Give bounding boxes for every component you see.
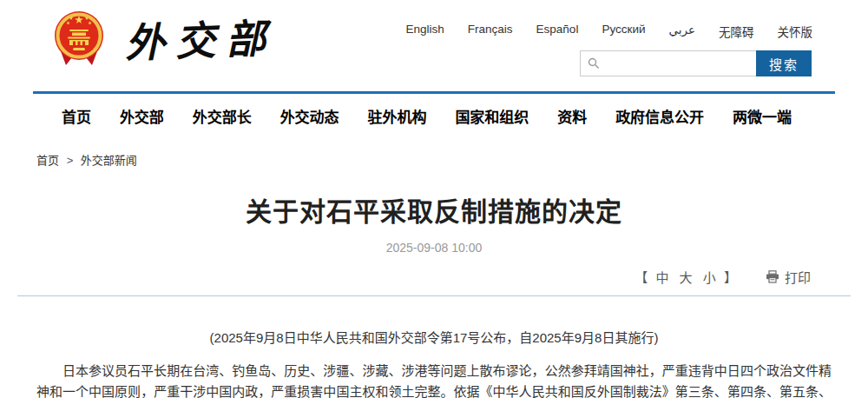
font-size-controls: 【 中 大 小 】 (634, 268, 738, 286)
article-meta-row: 【 中 大 小 】 打印 (0, 268, 811, 286)
lang-accessibility[interactable]: 无障碍 (719, 23, 754, 40)
nav-item-minister[interactable]: 外交部长 (193, 105, 252, 127)
print-label: 打印 (785, 268, 811, 286)
decree-line: (2025年9月8日中华人民共和国外交部令第17号公布，自2025年9月8日其施… (26, 328, 842, 346)
lang-russian[interactable]: Русский (602, 23, 645, 40)
national-emblem-icon (52, 8, 106, 67)
language-links: English Français Español Русский عربي 无障… (406, 23, 812, 40)
article-paragraph: 日本参议员石平长期在台湾、钓鱼岛、历史、涉疆、涉藏、涉港等问题上散布谬论，公然参… (36, 361, 832, 398)
breadcrumb-separator: > (67, 154, 74, 167)
nav-item-home[interactable]: 首页 (62, 105, 91, 127)
article: 关于对石平采取反制措施的决定 2025-09-08 10:00 【 中 大 小 … (0, 190, 868, 398)
logo[interactable] (52, 8, 106, 70)
font-size-large-button[interactable]: 大 (680, 270, 693, 285)
site-header: 外交部 English Français Español Русский عرب… (0, 0, 868, 87)
nav-item-gov-info[interactable]: 政府信息公开 (615, 105, 704, 127)
font-size-small-button[interactable]: 小 (703, 270, 716, 285)
lang-arabic[interactable]: عربي (668, 23, 695, 40)
nav-item-countries[interactable]: 国家和组织 (455, 105, 529, 127)
bracket-close-label: 】 (724, 270, 737, 285)
lang-espanol[interactable]: Español (536, 23, 579, 40)
search-bar: 搜索 (580, 50, 812, 76)
nav-item-missions[interactable]: 驻外机构 (368, 105, 427, 127)
nav-item-resources[interactable]: 资料 (557, 105, 587, 127)
ministry-calligraphy: 外交部 (124, 6, 277, 69)
nav-item-mfa[interactable]: 外交部 (120, 105, 164, 127)
divider (17, 295, 851, 296)
printer-icon (766, 270, 779, 283)
page: 外交部 English Français Español Русский عرب… (0, 0, 868, 398)
search-icon (588, 57, 600, 70)
breadcrumb-current[interactable]: 外交部新闻 (81, 154, 137, 167)
main-nav: 首页 外交部 外交部长 外交动态 驻外机构 国家和组织 资料 政府信息公开 两微… (33, 91, 835, 141)
article-title: 关于对石平采取反制措施的决定 (0, 190, 868, 229)
breadcrumb: 首页 > 外交部新闻 (36, 151, 868, 168)
article-date: 2025-09-08 10:00 (0, 241, 868, 255)
search-input[interactable] (580, 50, 756, 76)
bracket-open-label: 【 (635, 270, 648, 285)
lang-english[interactable]: English (406, 23, 444, 40)
search-button[interactable]: 搜索 (756, 50, 812, 76)
lang-care-version[interactable]: 关怀版 (778, 23, 813, 40)
breadcrumb-home[interactable]: 首页 (36, 154, 59, 167)
font-size-medium-button[interactable]: 中 (655, 270, 668, 285)
print-button[interactable]: 打印 (766, 268, 811, 286)
nav-item-weibo-wechat[interactable]: 两微一端 (733, 105, 792, 127)
lang-francais[interactable]: Français (468, 23, 513, 40)
nav-item-activities[interactable]: 外交动态 (280, 105, 339, 127)
